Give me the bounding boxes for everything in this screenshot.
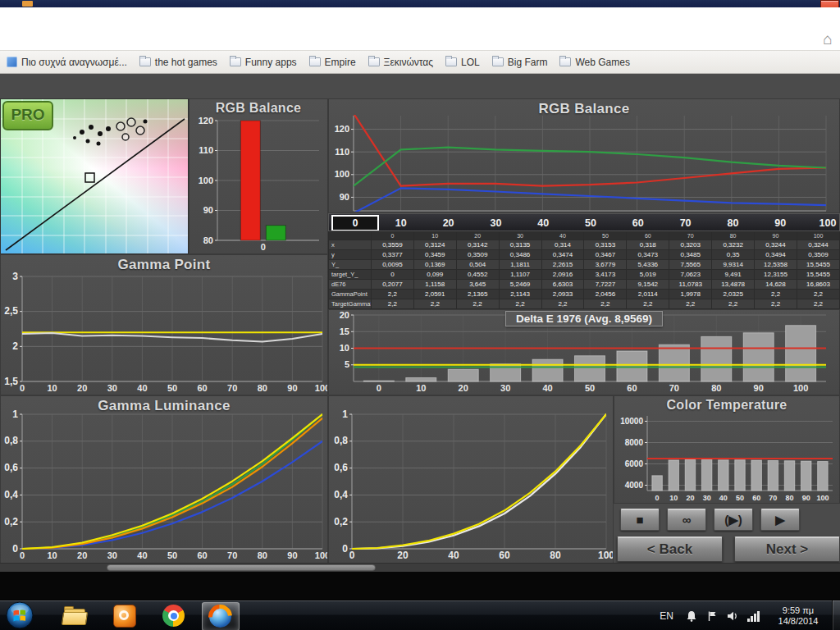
svg-text:2: 2 <box>12 340 18 352</box>
measure-point-axis[interactable]: 0102030405060708090100 <box>328 213 840 231</box>
svg-text:50: 50 <box>585 383 595 393</box>
selected-point-box[interactable]: 0 <box>331 215 379 231</box>
app-icon <box>22 1 33 7</box>
firefox-taskbar-button[interactable] <box>202 602 240 630</box>
loop-button[interactable]: ∞ <box>667 509 706 531</box>
svg-text:0: 0 <box>342 543 348 555</box>
svg-text:0,8: 0,8 <box>4 435 18 446</box>
svg-text:50: 50 <box>167 550 177 560</box>
calibration-app: PRO RGB Balance 08090100110120 RGB Balan… <box>0 74 840 600</box>
svg-text:1: 1 <box>12 409 18 420</box>
folder-icon <box>230 57 241 66</box>
bookmark-label: Big Farm <box>508 57 548 68</box>
scrollbar-thumb[interactable] <box>107 564 376 571</box>
home-icon[interactable] <box>819 31 836 48</box>
rgb-balance-line-chart: 90100110120 <box>329 99 839 212</box>
svg-text:0,2: 0,2 <box>4 516 18 527</box>
bookmark-item[interactable]: Πιο συχνά αναγνωσμέ... <box>7 57 127 68</box>
svg-text:60: 60 <box>499 550 510 561</box>
taskbar-clock[interactable]: 9:59 πμ 14/8/2014 <box>768 605 829 627</box>
start-button[interactable] <box>6 601 34 629</box>
language-indicator[interactable]: EN <box>660 610 673 622</box>
svg-text:0: 0 <box>20 383 25 393</box>
back-button[interactable]: < Back <box>617 536 723 562</box>
svg-text:20: 20 <box>340 310 349 320</box>
transport-controls: ■ ∞ (▶) ▶ <box>620 509 840 532</box>
svg-text:20: 20 <box>686 494 694 502</box>
svg-text:4000: 4000 <box>625 481 644 490</box>
next-button[interactable]: Next > <box>734 536 840 562</box>
svg-text:10: 10 <box>47 383 57 393</box>
volume-icon[interactable] <box>726 609 739 623</box>
bookmark-item[interactable]: Empire <box>309 57 356 68</box>
svg-text:0,2: 0,2 <box>334 516 348 527</box>
gamma-point-panel: Gamma Point 32,521,501020304050607080901… <box>0 254 328 395</box>
bookmark-item[interactable]: Ξεκινώντας <box>368 57 433 68</box>
svg-text:10: 10 <box>47 550 57 560</box>
axis-number: 70 <box>680 217 692 229</box>
svg-text:0,8: 0,8 <box>334 435 348 446</box>
svg-text:20: 20 <box>77 550 87 560</box>
stop-button[interactable]: ■ <box>620 509 660 531</box>
svg-text:0,4: 0,4 <box>4 489 18 500</box>
action-center-flag-icon[interactable] <box>705 609 719 623</box>
bookmark-item[interactable]: Web Games <box>559 57 629 68</box>
measurement-table-panel: 0102030405060708090100x0,35590,31240,314… <box>328 231 840 309</box>
svg-text:100: 100 <box>335 169 349 179</box>
axis-number: 60 <box>632 217 644 229</box>
bookmark-item[interactable]: LOL <box>445 57 480 68</box>
svg-text:90: 90 <box>754 383 764 393</box>
bookmark-label: Ξεκινώντας <box>384 57 433 68</box>
folder-icon <box>492 57 504 66</box>
horizontal-scrollbar[interactable] <box>0 563 840 572</box>
svg-text:3: 3 <box>12 271 18 282</box>
notification-bell-icon[interactable] <box>685 609 698 623</box>
svg-text:0: 0 <box>655 494 660 502</box>
chrome-icon[interactable] <box>162 605 185 627</box>
svg-text:110: 110 <box>199 145 213 155</box>
svg-text:90: 90 <box>287 550 297 560</box>
show-desktop-button[interactable] <box>832 600 840 630</box>
axis-number: 80 <box>727 217 738 229</box>
svg-text:30: 30 <box>703 494 711 502</box>
bookmark-item[interactable]: the hot games <box>139 57 217 68</box>
play-series-button[interactable]: (▶) <box>714 509 753 531</box>
svg-text:70: 70 <box>227 383 237 393</box>
axis-number: 90 <box>774 217 786 229</box>
folder-icon <box>368 57 380 66</box>
folder-icon <box>309 57 321 66</box>
rgb-balance-lines-panel: RGB Balance 90100110120 <box>328 98 840 213</box>
svg-text:10000: 10000 <box>620 417 643 426</box>
svg-text:60: 60 <box>752 494 760 502</box>
system-tray: EN 9:59 πμ 14/8/2014 <box>660 600 829 630</box>
svg-text:8000: 8000 <box>625 438 644 447</box>
bookmark-label: LOL <box>461 57 480 68</box>
svg-text:80: 80 <box>711 383 721 393</box>
svg-text:0,6: 0,6 <box>334 462 348 473</box>
svg-text:70: 70 <box>769 494 777 502</box>
svg-text:90: 90 <box>287 383 297 393</box>
svg-text:1: 1 <box>342 409 348 420</box>
network-signal-icon[interactable] <box>746 609 760 623</box>
svg-text:0,4: 0,4 <box>334 489 348 500</box>
media-player-icon[interactable] <box>113 605 136 628</box>
bookmark-item[interactable]: Big Farm <box>492 57 548 68</box>
explorer-icon[interactable] <box>62 605 85 625</box>
svg-text:40: 40 <box>542 383 552 393</box>
svg-text:50: 50 <box>736 494 744 502</box>
folder-icon <box>559 57 571 66</box>
svg-text:80: 80 <box>258 550 267 560</box>
measurement-table: 0102030405060708090100x0,35590,31240,314… <box>328 231 840 309</box>
svg-text:90: 90 <box>802 494 810 502</box>
svg-text:20: 20 <box>459 383 468 393</box>
svg-text:10: 10 <box>669 494 678 502</box>
svg-text:30: 30 <box>107 383 117 393</box>
play-button[interactable]: ▶ <box>760 509 800 531</box>
folder-icon <box>139 57 151 66</box>
bookmark-item[interactable]: Funny apps <box>230 57 297 68</box>
svg-text:10: 10 <box>416 383 426 393</box>
luminance-chart: 10,80,60,40,20020406080100 <box>329 396 613 564</box>
svg-text:120: 120 <box>199 116 213 126</box>
taskbar: EN 9:59 πμ 14/8/2014 <box>0 600 840 630</box>
bookmark-label: Πιο συχνά αναγνωσμέ... <box>21 57 127 68</box>
